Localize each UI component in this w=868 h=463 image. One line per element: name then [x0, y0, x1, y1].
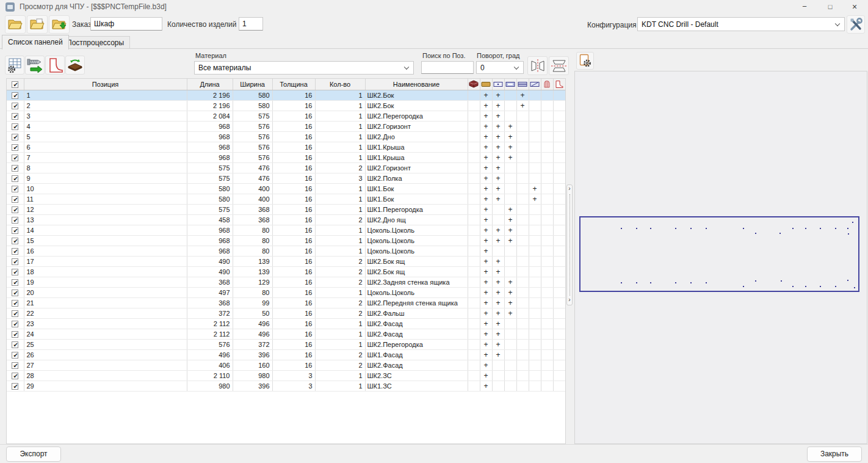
- table-row[interactable]: 21 368 99 16 2 ШК2.Передняя стенка ящика…: [7, 297, 565, 308]
- row-checkbox[interactable]: [12, 206, 18, 213]
- configuration-dropdown[interactable]: KDT CNC Drill - Default: [637, 17, 845, 31]
- table-row[interactable]: 28 2 110 980 3 1 ШК2.ЗС +: [7, 370, 565, 381]
- front-face-icon[interactable]: [480, 79, 492, 90]
- table-row[interactable]: 18 490 139 16 2 ШК2.Бок ящ + +: [7, 266, 565, 277]
- row-checkbox[interactable]: [12, 310, 18, 317]
- table-row[interactable]: 22 372 50 16 2 ШК2.Фальш + + +: [7, 308, 565, 318]
- preview-splitter[interactable]: › ›: [566, 184, 573, 305]
- configuration-settings-button[interactable]: [847, 15, 865, 34]
- import-folder-button[interactable]: [49, 15, 70, 34]
- quantity-input[interactable]: [239, 17, 263, 31]
- splitter-track[interactable]: [570, 194, 570, 296]
- table-row[interactable]: 20 497 80 16 1 Цоколь.Цоколь + + +: [7, 287, 565, 297]
- table-row[interactable]: 24 2 112 496 16 1 ШК2.Фасад + +: [7, 329, 565, 339]
- row-checkbox[interactable]: [12, 227, 18, 234]
- row-checkbox[interactable]: [12, 373, 18, 379]
- table-row[interactable]: 6 968 576 16 1 ШК1.Крыша + + +: [7, 142, 565, 152]
- table-row[interactable]: 26 496 396 16 2 ШК1.Фасад + +: [7, 349, 565, 360]
- row-checkbox[interactable]: [12, 92, 18, 99]
- table-row[interactable]: 29 980 396 3 1 ШК1.ЗС +: [7, 381, 565, 391]
- row-checkbox[interactable]: [12, 362, 18, 369]
- column-header-width[interactable]: Ширина: [233, 79, 272, 90]
- row-checkbox[interactable]: [12, 186, 18, 192]
- column-header-length[interactable]: Длина: [187, 79, 233, 90]
- table-row[interactable]: 2 2 196 580 16 1 ШК2.Бок + + +: [7, 100, 565, 111]
- material-dropdown[interactable]: Все материалы: [194, 61, 414, 75]
- row-checkbox[interactable]: [12, 321, 18, 327]
- mill-pocket-icon[interactable]: [541, 79, 553, 90]
- mirror-vertical-button[interactable]: [549, 56, 569, 75]
- table-row[interactable]: 13 458 368 16 2 ШК2.Дно ящ + +: [7, 214, 565, 225]
- row-checkbox[interactable]: [12, 196, 18, 203]
- row-checkbox[interactable]: [12, 217, 18, 224]
- row-checkbox[interactable]: [12, 279, 18, 286]
- incline-drill-icon[interactable]: [529, 79, 541, 90]
- table-row[interactable]: 9 575 476 16 3 ШК2.Полка + +: [7, 173, 565, 183]
- table-row[interactable]: 14 968 80 16 1 Цоколь.Цоколь + + +: [7, 225, 565, 235]
- table-row[interactable]: 19 368 129 16 2 ШК2.Задняя стенка ящика …: [7, 277, 565, 287]
- table-row[interactable]: 4 968 576 16 1 ШК2.Горизонт + + +: [7, 121, 565, 131]
- preview-settings-button[interactable]: [576, 52, 594, 70]
- end-drill-icon[interactable]: [504, 79, 516, 90]
- row-checkbox[interactable]: [12, 134, 18, 140]
- row-checkbox[interactable]: [12, 352, 18, 359]
- row-checkbox[interactable]: [12, 165, 18, 172]
- minimize-button[interactable]: −: [792, 0, 817, 15]
- row-checkbox[interactable]: [12, 341, 18, 348]
- maximize-button[interactable]: □: [818, 0, 842, 15]
- open-file-button[interactable]: [5, 15, 26, 34]
- table-row[interactable]: 16 968 80 16 1 Цоколь.Цоколь +: [7, 246, 565, 256]
- table-settings-button[interactable]: [5, 56, 24, 75]
- row-checkbox[interactable]: [12, 175, 18, 182]
- front-drill-icon[interactable]: [492, 79, 504, 90]
- open-order-button[interactable]: [27, 15, 48, 34]
- mirror-horizontal-button[interactable]: [527, 56, 548, 75]
- table-row[interactable]: 8 575 476 16 2 ШК2.Горизонт + +: [7, 162, 565, 173]
- row-checkbox[interactable]: [12, 331, 18, 338]
- tab-panel-list[interactable]: Список панелей: [2, 35, 69, 49]
- material-icon[interactable]: [468, 79, 480, 90]
- table-row[interactable]: 12 575 368 16 1 ШК1.Перегородка + +: [7, 204, 565, 214]
- table-row[interactable]: 15 968 80 16 1 Цоколь.Цоколь + + +: [7, 235, 565, 246]
- table-row[interactable]: 27 406 160 16 2 ШК2.Фасад +: [7, 360, 565, 370]
- expand-right-icon[interactable]: ›: [568, 185, 570, 194]
- row-checkbox[interactable]: [12, 113, 18, 120]
- export-button[interactable]: Экспорт: [6, 447, 61, 462]
- select-all-checkbox[interactable]: [12, 81, 18, 88]
- row-checkbox[interactable]: [12, 238, 18, 244]
- expand-right-icon[interactable]: ›: [568, 296, 570, 305]
- row-checkbox[interactable]: [12, 144, 18, 151]
- row-checkbox[interactable]: [12, 123, 18, 130]
- row-checkbox[interactable]: [12, 290, 18, 296]
- rotation-dropdown[interactable]: 0: [476, 61, 524, 74]
- column-header-thickness[interactable]: Толщина: [272, 79, 315, 90]
- row-checkbox[interactable]: [12, 103, 18, 109]
- tab-postprocessors[interactable]: Постпроцессоры: [60, 36, 130, 49]
- table-row[interactable]: 25 576 372 16 1 ШК2.Перегородка + +: [7, 339, 565, 349]
- row-checkbox[interactable]: [12, 155, 18, 161]
- table-row[interactable]: 10 580 400 16 1 ШК1.Бок + + +: [7, 183, 565, 194]
- table-row[interactable]: 5 968 576 16 1 ШК2.Дно + + +: [7, 131, 565, 142]
- row-checkbox[interactable]: [12, 269, 18, 275]
- table-row[interactable]: 17 490 139 16 2 ШК2.Бок ящ + +: [7, 256, 565, 266]
- close-button[interactable]: ×: [842, 0, 867, 15]
- column-header-position[interactable]: Позиция: [24, 79, 187, 90]
- row-checkbox[interactable]: [12, 248, 18, 255]
- order-input[interactable]: [90, 17, 162, 31]
- contour-mill-icon[interactable]: [553, 79, 565, 90]
- export-drilling-button[interactable]: [25, 56, 45, 75]
- rotate-material-button[interactable]: [65, 56, 85, 75]
- column-header-name[interactable]: Наименование: [365, 79, 468, 90]
- panel-preview-viewport[interactable]: [574, 71, 867, 444]
- table-row[interactable]: 1 2 196 580 16 1 ШК2.Бок + + +: [7, 90, 565, 100]
- row-checkbox[interactable]: [12, 300, 18, 307]
- position-search-input[interactable]: [421, 61, 474, 74]
- contour-button[interactable]: [45, 56, 65, 75]
- close-dialog-button[interactable]: Закрыть: [807, 447, 862, 462]
- row-checkbox[interactable]: [12, 383, 18, 390]
- table-row[interactable]: 3 2 084 575 16 1 ШК2.Перегородка + +: [7, 111, 565, 121]
- groove-icon[interactable]: [516, 79, 529, 90]
- table-row[interactable]: 11 580 400 16 1 ШК1.Бок + + +: [7, 194, 565, 204]
- table-row[interactable]: 7 968 576 16 1 ШК1.Крыша + + +: [7, 152, 565, 162]
- row-checkbox[interactable]: [12, 258, 18, 265]
